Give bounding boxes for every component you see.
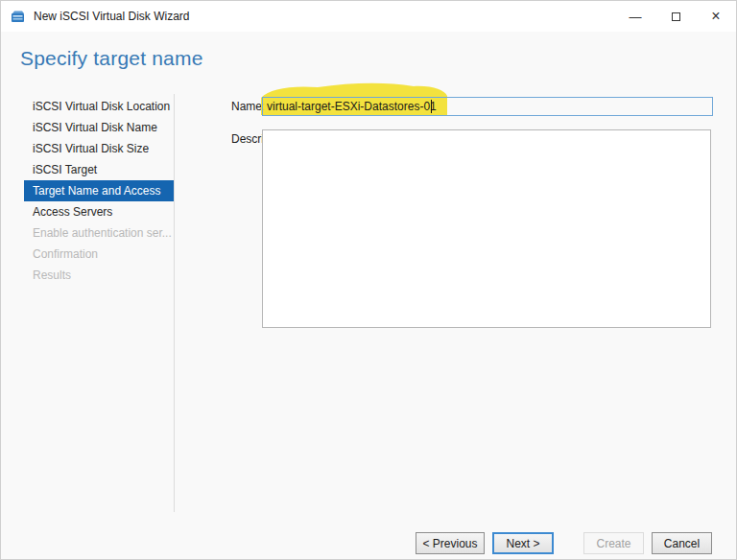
close-icon: ×: [711, 9, 720, 24]
step-confirmation: Confirmation: [24, 244, 174, 265]
target-name-input[interactable]: [262, 97, 713, 116]
step-target-name-and-access[interactable]: Target Name and Access: [24, 180, 174, 201]
next-button[interactable]: Next >: [492, 532, 554, 554]
step-iscsi-virtual-disk-name[interactable]: iSCSI Virtual Disk Name: [24, 117, 174, 138]
page-title: Specify target name: [20, 47, 203, 70]
create-button[interactable]: Create: [583, 532, 644, 554]
step-iscsi-virtual-disk-size[interactable]: iSCSI Virtual Disk Size: [24, 138, 174, 159]
previous-button[interactable]: < Previous: [416, 532, 485, 554]
minimize-button[interactable]: —: [615, 1, 655, 32]
minimize-icon: —: [630, 11, 642, 23]
step-enable-authentication: Enable authentication ser...: [24, 222, 174, 244]
step-results: Results: [24, 265, 174, 286]
text-caret: [431, 100, 432, 113]
step-iscsi-virtual-disk-location[interactable]: iSCSI Virtual Disk Location: [24, 96, 174, 117]
maximize-icon: [672, 12, 680, 21]
wizard-steps-sidebar: iSCSI Virtual Disk Location iSCSI Virtua…: [24, 96, 174, 286]
description-textarea[interactable]: [262, 129, 711, 328]
name-field-wrap: [262, 97, 713, 116]
sidebar-divider: [174, 94, 175, 512]
iscsi-wizard-icon: [11, 9, 26, 24]
cancel-button[interactable]: Cancel: [652, 532, 712, 554]
window-title: New iSCSI Virtual Disk Wizard: [34, 10, 189, 23]
title-bar: New iSCSI Virtual Disk Wizard — ×: [1, 1, 736, 32]
maximize-button[interactable]: [655, 1, 696, 32]
close-button[interactable]: ×: [696, 1, 736, 32]
wizard-window: New iSCSI Virtual Disk Wizard — × Specif…: [0, 0, 737, 560]
step-iscsi-target[interactable]: iSCSI Target: [24, 159, 174, 180]
step-access-servers[interactable]: Access Servers: [24, 201, 174, 222]
